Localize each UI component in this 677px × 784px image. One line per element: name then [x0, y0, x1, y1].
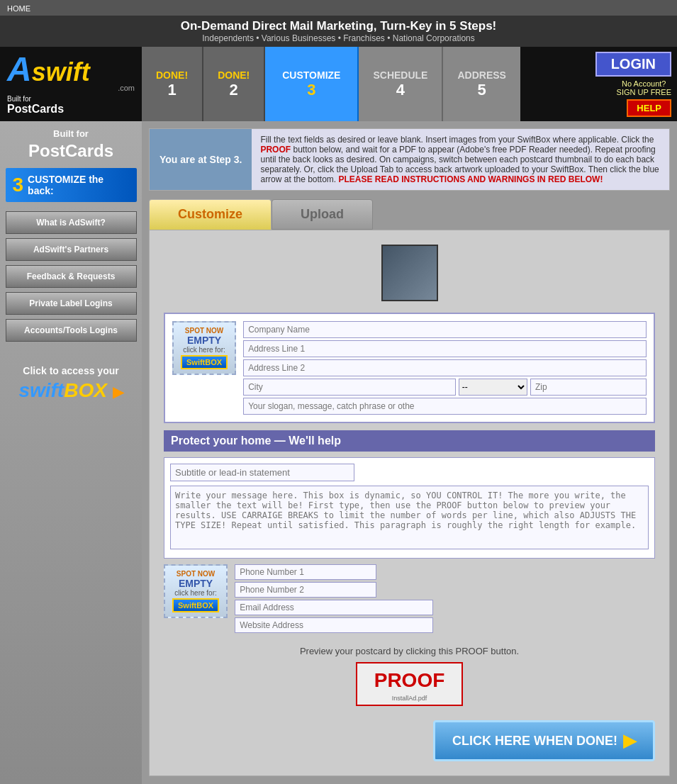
step-4-label: SCHEDULE [373, 69, 427, 81]
proof-section: Preview your postcard by clicking this P… [164, 639, 655, 713]
done-arrow-icon: ▶ [623, 731, 636, 751]
sidebar-item-partners[interactable]: AdSwift's Partners [6, 238, 137, 261]
logo-com: .com [7, 84, 135, 92]
header-nav: A swift .com Built for PostCards DONE! 1… [0, 47, 677, 121]
step-3-num: 3 [307, 81, 315, 99]
zip-input[interactable] [530, 379, 647, 396]
tab-upload[interactable]: Upload [272, 199, 373, 230]
logo-a: A [7, 52, 32, 86]
swiftbox-click-text: Click to access your [18, 365, 123, 376]
contact-fields [235, 564, 433, 633]
sidebar-item-private[interactable]: Private Label Logins [6, 292, 137, 315]
step-1-label: DONE! [156, 69, 188, 81]
subtitle-row [170, 464, 649, 481]
step-2[interactable]: DONE! 2 [203, 47, 265, 121]
main-content: You are at Step 3. Fill the text fields … [142, 121, 677, 784]
step-2-label: DONE! [218, 69, 250, 81]
postcard-thumbnail [164, 245, 655, 301]
spot-box-1: SPOT NOW EMPTY click here for: SwiftBOX [172, 321, 236, 415]
spot-now-box-2[interactable]: SPOT NOW EMPTY click here for: SwiftBOX [164, 564, 228, 618]
top-bar: On-Demand Direct Mail Marketing, Turn-Ke… [0, 16, 677, 47]
step-1-num: 1 [167, 81, 176, 99]
postcards-label: PostCards [28, 141, 113, 161]
step-5-num: 5 [478, 81, 486, 99]
step-4-num: 4 [396, 81, 405, 99]
spot-click-1: click here for: [181, 346, 228, 354]
main-layout: Built for PostCards 3 CUSTOMIZE the back… [0, 121, 677, 784]
sidebar-item-feedback[interactable]: Feedback & Requests [6, 265, 137, 288]
spot-empty-1: EMPTY [181, 335, 228, 346]
help-button[interactable]: HELP [627, 99, 671, 117]
postcard-image [381, 245, 438, 301]
step-5-label: ADDRESS [457, 69, 505, 81]
website-input[interactable] [235, 617, 433, 633]
slogan-input[interactable] [243, 398, 647, 415]
phone1-input[interactable] [235, 564, 376, 580]
built-for-label: Built for [53, 128, 89, 140]
warning-text: PLEASE READ INSTRUCTIONS AND WARNINGS IN… [339, 174, 603, 184]
done-button[interactable]: CLICK HERE WHEN DONE! ▶ [433, 720, 655, 761]
spot-click-2: click here for: [172, 589, 219, 597]
company-name-input[interactable] [243, 321, 647, 338]
steps-container: DONE! 1 DONE! 2 CUSTOMIZE 3 SCHEDULE 4 A… [142, 47, 590, 121]
instruction-box: You are at Step 3. Fill the text fields … [149, 128, 670, 191]
address2-input[interactable] [243, 359, 647, 376]
subtitle-input[interactable] [170, 464, 354, 481]
spot-now-box-1[interactable]: SPOT NOW EMPTY click here for: SwiftBOX [172, 321, 236, 375]
sidebar-item-whatisadswift[interactable]: What is AdSwift? [6, 211, 137, 234]
spot-label-2: SPOT NOW [172, 570, 219, 578]
sidebar-item-accounts[interactable]: Accounts/Tools Logins [6, 319, 137, 342]
step-2-num: 2 [230, 81, 238, 99]
protect-header: Protect your home — We'll help [164, 430, 655, 452]
sidebar-step-label: 3 CUSTOMIZE the back: [6, 168, 137, 202]
state-select[interactable]: -- [459, 379, 527, 396]
logo-builfor: Built for PostCards [7, 95, 135, 116]
step-3-label: CUSTOMIZE [282, 69, 340, 81]
top-strip: HOME [0, 0, 677, 16]
proof-text: Preview your postcard by clicking this P… [164, 646, 655, 656]
main-title: On-Demand Direct Mail Marketing, Turn-Ke… [0, 19, 677, 33]
address-fields: -- [243, 321, 647, 415]
spot-label-1: SPOT NOW [181, 327, 228, 335]
login-button[interactable]: LOGIN [595, 52, 671, 77]
second-spot-row: SPOT NOW EMPTY click here for: SwiftBOX [164, 564, 655, 633]
logo-swift: swift [32, 60, 90, 85]
customize-panel: SPOT NOW EMPTY click here for: SwiftBOX [149, 230, 670, 776]
sidebar-step-num: 3 [13, 174, 24, 196]
form-layout: SPOT NOW EMPTY click here for: SwiftBOX [172, 321, 647, 415]
logo-area: A swift .com Built for PostCards [0, 47, 142, 121]
tab-customize[interactable]: Customize [149, 199, 272, 230]
footer-questions: FOR QUESTIONS AND INFORMATION CLICK THE … [149, 776, 670, 784]
spot-empty-2: EMPTY [172, 578, 219, 589]
instruction-text: Fill the text fields as desired or leave… [252, 129, 669, 190]
address1-input[interactable] [243, 340, 647, 357]
step-5[interactable]: ADDRESS 5 [443, 47, 520, 121]
swiftbox-promo: Click to access your swiftBOX ▶ [18, 365, 123, 402]
login-area: LOGIN No Account? SIGN UP FREE HELP [590, 47, 677, 121]
swiftbox-btn-2[interactable]: SwiftBOX [172, 598, 219, 612]
step-1[interactable]: DONE! 1 [142, 47, 203, 121]
done-btn-row: CLICK HERE WHEN DONE! ▶ [164, 720, 655, 761]
address-form-section: SPOT NOW EMPTY click here for: SwiftBOX [164, 313, 655, 423]
sidebar-customize-label: CUSTOMIZE the back: [28, 174, 129, 196]
proof-word: PROOF [260, 145, 291, 155]
message-section [164, 457, 655, 559]
main-subtitle: Independents • Various Businesses • Fran… [0, 33, 677, 43]
message-textarea[interactable] [170, 486, 649, 549]
done-button-label: CLICK HERE WHEN DONE! [452, 734, 617, 749]
step-4[interactable]: SCHEDULE 4 [359, 47, 443, 121]
city-state-zip: -- [243, 379, 647, 396]
proof-url: InstallAd.pdf [360, 695, 459, 702]
tab-bar: Customize Upload [149, 199, 670, 230]
proof-label: PROOF [360, 666, 459, 695]
phone2-input[interactable] [235, 582, 376, 598]
home-link[interactable]: HOME [7, 4, 30, 13]
step-3[interactable]: CUSTOMIZE 3 [265, 47, 359, 121]
city-input[interactable] [243, 379, 456, 396]
swiftbox-logo[interactable]: swiftBOX ▶ [18, 379, 123, 402]
no-account-text: No Account? SIGN UP FREE [617, 79, 671, 96]
email-input[interactable] [235, 600, 433, 615]
swiftbox-btn-1[interactable]: SwiftBOX [181, 355, 228, 369]
proof-button[interactable]: PROOF InstallAd.pdf [356, 662, 464, 706]
sidebar: Built for PostCards 3 CUSTOMIZE the back… [0, 121, 142, 784]
